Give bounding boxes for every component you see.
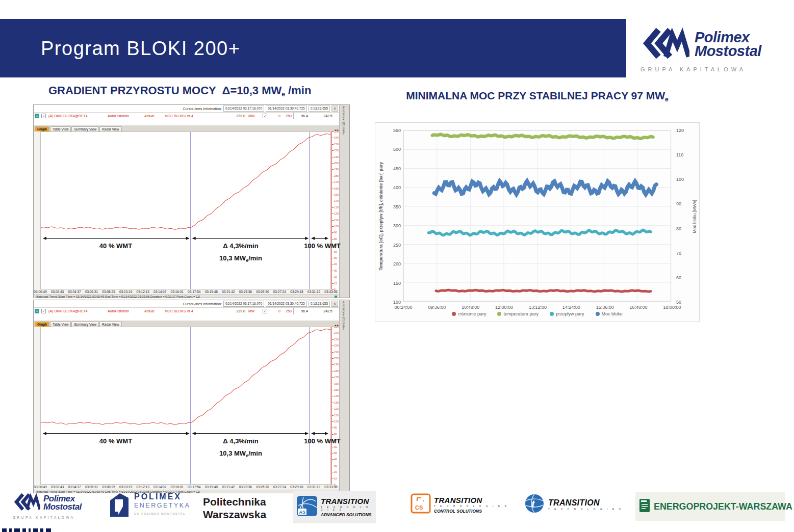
trend-y-tick: 250 bbox=[332, 130, 339, 133]
pen-source: AutoHistorian bbox=[108, 309, 144, 313]
trend-y-tick: 220 bbox=[332, 149, 339, 152]
header-band: Program BLOKI 200+ bbox=[0, 19, 626, 77]
stable-power-chart: Temperatura [oC], przepływ [t/h], ciśnie… bbox=[375, 122, 700, 322]
cursor-duration: 0:13:23,655 bbox=[309, 105, 330, 112]
x-axis-tick: 15:36:00 bbox=[589, 305, 621, 310]
pen-tag: (A) DMH BLOK4@RET4 bbox=[48, 114, 108, 118]
axis-tick: 350 bbox=[385, 204, 401, 209]
trend-y-tick: 180 bbox=[332, 369, 339, 373]
trend-app-screenshot-1: Cursor-lines Information: 01/14/2022 03:… bbox=[33, 104, 350, 298]
trend-y-tick: 110 bbox=[332, 414, 339, 417]
x-axis-tick: 08:24:00 bbox=[388, 305, 419, 310]
trend-y-tick: 40 bbox=[332, 458, 337, 461]
tab-graph[interactable]: Graph bbox=[35, 126, 49, 131]
pen-description: MOC BLOKU nr 4 bbox=[165, 114, 226, 118]
series-Moc-bloku bbox=[434, 181, 656, 195]
trend-y-tick: 120 bbox=[332, 212, 339, 215]
footer-logo-energoprojekt: ENERGOPROJEKT-WARSZAWA SA bbox=[635, 492, 785, 521]
view-tabs: Graph Table View Summary View Radar View… bbox=[34, 321, 340, 327]
pen-description: MOC BLOKU nr 4 bbox=[165, 309, 226, 313]
trend-y-tick: 100 bbox=[332, 225, 339, 228]
footer-logo-polimex-energetyka: POLIMEX ENERGETYKA GK POLIMEX MOSTOSTAL bbox=[109, 492, 190, 520]
axis-tick: 60 bbox=[676, 275, 691, 280]
axis-tick: 50 bbox=[676, 300, 691, 305]
axis-tick: 450 bbox=[385, 166, 401, 171]
trend-y-tick: 90 bbox=[332, 231, 337, 234]
trend-y-tick: 30 bbox=[332, 269, 337, 272]
trend-y-tick: 50 bbox=[332, 256, 337, 259]
x-axis-tick: 13:12:00 bbox=[522, 305, 554, 310]
trend-line-chart bbox=[41, 132, 330, 289]
tab-summary-view[interactable]: Summary View bbox=[71, 322, 99, 327]
svg-text:AS: AS bbox=[299, 510, 306, 515]
x-axis-tick: 16:48:00 bbox=[623, 305, 654, 310]
annotation-gradient-pct: Δ 4,3%/min bbox=[200, 242, 281, 250]
x-axis-tick: 18:00:00 bbox=[656, 305, 688, 310]
trend-y-tick: 50 bbox=[332, 451, 337, 455]
trend-app-screenshot-2: Cursor-lines Information: 01/14/2022 03:… bbox=[33, 300, 350, 493]
side-tab-strip[interactable]: AutoHistorian (11) Visible bbox=[339, 300, 349, 493]
trend-y-tick: 200 bbox=[332, 357, 339, 360]
transition-as-globe-icon: AS bbox=[296, 495, 318, 519]
pen-unit: MW bbox=[245, 309, 261, 313]
trend-y-tick: 240 bbox=[332, 331, 339, 334]
pen-autoscale-checkbox[interactable]: ✓ bbox=[263, 114, 267, 118]
pen-mode: Actual bbox=[144, 309, 165, 313]
cursor-info-label: Cursor-lines Information: bbox=[183, 302, 222, 306]
energoprojekt-book-icon bbox=[639, 498, 650, 515]
trend-y-tick: 230 bbox=[332, 338, 339, 341]
trend-y-tick: 100 bbox=[332, 420, 339, 423]
trend-y-tick: 150 bbox=[332, 388, 339, 391]
trend-y-tick: 210 bbox=[332, 155, 339, 158]
trend-y-tick: 10 bbox=[332, 282, 337, 285]
footer-logo-politechnika-warszawska: Politechnika Warszawska bbox=[203, 495, 266, 521]
trend-y-tick: 230 bbox=[332, 143, 339, 146]
footer-logo-transition-advanced: AS TRANSITION T E C H N O L O G I E S AD… bbox=[293, 491, 376, 523]
legend-marker-icon bbox=[550, 312, 554, 316]
legend-label: temperatura pary bbox=[503, 311, 539, 316]
trend-y-tick: 160 bbox=[332, 382, 339, 385]
legend-marker-icon bbox=[497, 312, 501, 316]
annotation-gradient-mw: 10,3 MWe/min bbox=[200, 254, 281, 263]
x-axis-tick: 10:48:00 bbox=[455, 305, 486, 310]
tab-table-view[interactable]: Table View bbox=[50, 126, 71, 131]
trend-y-tick: 10 bbox=[332, 477, 337, 480]
x-axis-tick: 14:24:00 bbox=[555, 305, 587, 310]
cursor-info-toolbar: Cursor-lines Information: 01/14/2022 03:… bbox=[34, 105, 340, 113]
trend-y-tick: 80 bbox=[332, 433, 337, 436]
left-axis-label: Temperatura [oC], przepływ [t/h], ciśnie… bbox=[378, 130, 383, 302]
close-icon[interactable]: x bbox=[331, 105, 338, 112]
trend-y-tick: 200 bbox=[332, 162, 339, 165]
legend-item: ciśnienie pary bbox=[452, 311, 486, 316]
pen-autoscale-checkbox[interactable]: ✓ bbox=[263, 309, 267, 313]
series-przepływ-pary bbox=[428, 230, 651, 235]
tab-summary-view[interactable]: Summary View bbox=[71, 126, 99, 131]
trend-x-axis: 03:00:4903:02:4303:04:3703:06:3103:08:25… bbox=[40, 485, 346, 490]
trend-y-tick: 150 bbox=[332, 193, 339, 196]
pen-cursor2-value: 242.5 bbox=[315, 309, 341, 313]
tab-table-view[interactable]: Table View bbox=[50, 322, 71, 327]
trend-y-tick: 170 bbox=[332, 376, 339, 379]
trend-y-tick: 190 bbox=[332, 363, 339, 366]
side-tab-strip[interactable]: AutoHistorian (11) Visible bbox=[339, 105, 349, 298]
tab-graph[interactable]: Graph bbox=[35, 322, 49, 327]
trend-y-tick: 80 bbox=[332, 237, 337, 241]
tab-radar-view[interactable]: Radar View bbox=[99, 126, 121, 131]
pen-visible-checkbox[interactable]: ✓ bbox=[41, 114, 46, 118]
slide: Program BLOKI 200+ Polimex Mostostal GRU… bbox=[0, 0, 794, 532]
trend-y-tick: 120 bbox=[332, 407, 339, 410]
pen-number: 1 bbox=[35, 309, 39, 313]
tab-radar-view[interactable]: Radar View bbox=[99, 322, 121, 327]
legend-label: Moc bloku bbox=[602, 311, 623, 316]
annotation-100-wmt: 100 % WMT bbox=[289, 437, 350, 445]
axis-tick: 70 bbox=[676, 251, 691, 256]
series-temperatura-pary bbox=[432, 135, 653, 139]
trend-y-tick: 60 bbox=[332, 250, 337, 253]
pen-current-value: 239.0 bbox=[226, 309, 245, 313]
annotation-40-wmt: 40 % WMT bbox=[70, 437, 162, 445]
footer-logo-transition-control: CS TRANSITION T E C H N O L O G I E S CO… bbox=[411, 493, 508, 516]
trend-y-tick: 110 bbox=[332, 219, 339, 222]
pen-visible-checkbox[interactable]: ✓ bbox=[41, 309, 46, 313]
close-icon[interactable]: x bbox=[331, 301, 338, 307]
axis-tick: 200 bbox=[385, 261, 401, 267]
